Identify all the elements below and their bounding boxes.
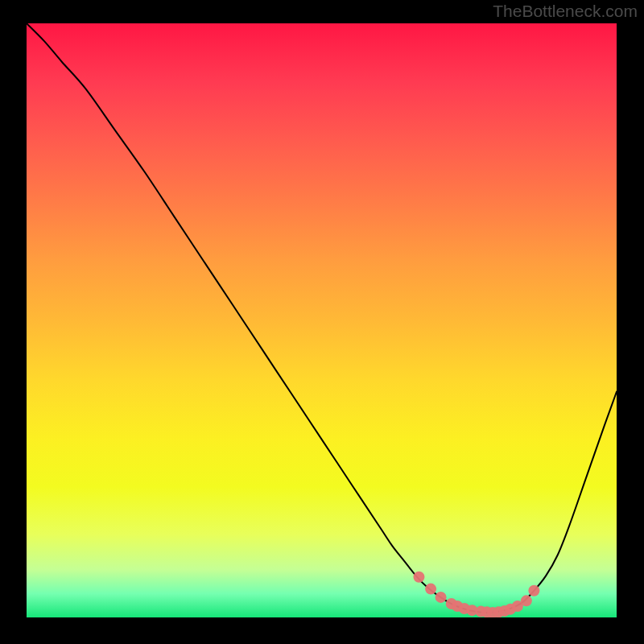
- valley-dot: [521, 595, 532, 606]
- chart-svg: [27, 23, 617, 617]
- bottleneck-curve: [27, 23, 617, 613]
- curve-dots: [413, 572, 539, 617]
- chart-plot-area: [27, 23, 617, 617]
- valley-dot: [413, 572, 424, 583]
- valley-dot: [425, 584, 436, 595]
- valley-dot: [436, 592, 447, 603]
- valley-dot: [528, 585, 539, 597]
- watermark-text: TheBottleneck.com: [493, 2, 638, 21]
